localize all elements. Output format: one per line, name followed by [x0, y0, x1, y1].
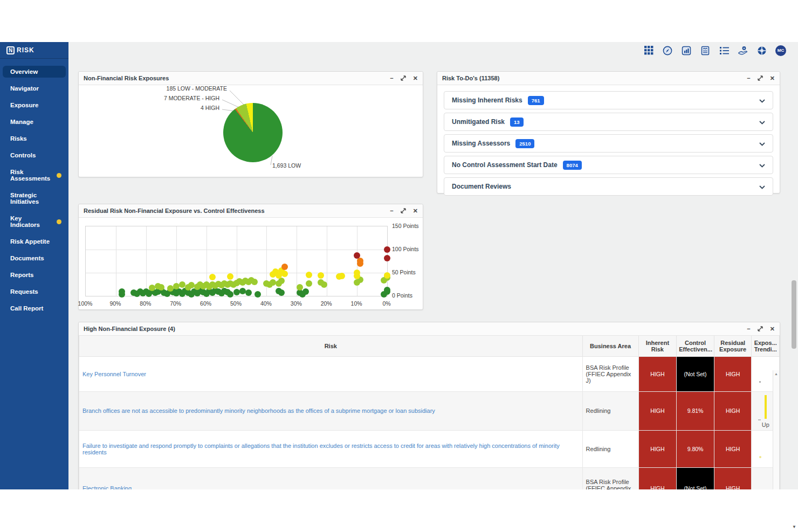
- close-icon[interactable]: ✕: [770, 326, 775, 332]
- exposure-table: Risk Business Area Inherent Risk Control…: [79, 336, 780, 489]
- sidebar-item-requests[interactable]: Requests: [3, 286, 66, 298]
- risk-link[interactable]: Key Personnel Turnover: [82, 371, 146, 377]
- chevron-down-icon[interactable]: [759, 117, 765, 127]
- scatter-point[interactable]: [167, 285, 174, 292]
- scatter-point[interactable]: [321, 281, 327, 288]
- column-header-control-effectiveness[interactable]: Control Effectiven...: [677, 336, 714, 356]
- y-axis-tick-label: 150 Points: [392, 223, 419, 229]
- column-header-inherent-risk[interactable]: Inherent Risk: [638, 336, 677, 356]
- sidebar-item-risk-assessments[interactable]: Risk Assessments: [3, 166, 66, 184]
- scatter-point[interactable]: [318, 272, 324, 279]
- minimize-icon[interactable]: −: [390, 208, 393, 214]
- expand-icon[interactable]: [758, 326, 763, 331]
- scatter-point[interactable]: [239, 288, 246, 294]
- sidebar-item-exposure[interactable]: Exposure: [3, 99, 66, 111]
- control-effectiveness-cell: (Not Set): [677, 467, 714, 489]
- scroll-up-icon[interactable]: ▲: [773, 370, 779, 376]
- scatter-point[interactable]: [302, 288, 309, 295]
- close-icon[interactable]: ✕: [413, 208, 418, 214]
- todo-item-no-control-assessment-start-date[interactable]: No Control Assessment Start Date8074: [444, 156, 773, 174]
- scatter-point[interactable]: [233, 289, 240, 295]
- scatter-point[interactable]: [339, 273, 345, 279]
- chevron-down-icon[interactable]: [759, 95, 765, 105]
- panel-header: High Non-Financial Exposure (4) − ✕: [79, 322, 780, 336]
- chevron-down-icon[interactable]: [759, 139, 765, 148]
- bar-chart-icon[interactable]: [681, 45, 692, 56]
- app-grid-icon[interactable]: [643, 45, 654, 56]
- page-scrollbar-thumb[interactable]: [792, 280, 796, 349]
- x-axis-tick-label: 10%: [351, 300, 362, 307]
- todo-item-missing-inherent-risks[interactable]: Missing Inherent Risks761: [444, 91, 773, 109]
- user-avatar[interactable]: MC: [775, 45, 786, 56]
- expand-icon[interactable]: [401, 208, 406, 213]
- app-logo[interactable]: N RISK: [0, 42, 68, 59]
- risk-link[interactable]: Failure to investigate and respond promp…: [82, 443, 560, 455]
- sidebar-item-overview[interactable]: Overview: [3, 66, 66, 78]
- sidebar-item-documents[interactable]: Documents: [3, 252, 66, 264]
- scatter-point[interactable]: [270, 279, 276, 286]
- pie-chart-area: 185 LOW - MODERATE 7 MODERATE - HIGH 4 H…: [79, 85, 423, 177]
- panel-header: Non-Financial Risk Exposures − ✕: [79, 72, 423, 85]
- column-header-risk[interactable]: Risk: [79, 336, 583, 356]
- report-icon[interactable]: [700, 45, 711, 56]
- table-scrollbar[interactable]: ▲: [773, 370, 779, 489]
- support-icon[interactable]: [738, 45, 748, 56]
- checklist-icon[interactable]: [719, 45, 730, 56]
- scatter-point[interactable]: [384, 287, 390, 293]
- minimize-icon[interactable]: −: [747, 75, 750, 81]
- scatter-point[interactable]: [354, 273, 360, 279]
- todo-item-document-reviews[interactable]: Document Reviews: [444, 177, 773, 196]
- scatter-point[interactable]: [254, 291, 261, 298]
- sidebar-item-controls[interactable]: Controls: [3, 149, 66, 161]
- sidebar-item-key-indicators[interactable]: Key Indicators: [3, 212, 66, 231]
- sidebar-item-manage[interactable]: Manage: [3, 116, 66, 128]
- todo-item-unmitigated-risk[interactable]: Unmitigated Risk13: [444, 113, 773, 131]
- sidebar-item-call-report[interactable]: Call Report: [3, 302, 66, 314]
- sidebar-item-risk-appetite[interactable]: Risk Appetite: [3, 236, 66, 247]
- help-buoy-icon[interactable]: [756, 45, 767, 56]
- sidebar-item-label: Overview: [10, 68, 38, 75]
- sidebar-item-label: Exposure: [10, 102, 38, 108]
- minimize-icon[interactable]: −: [747, 326, 750, 332]
- scatter-point[interactable]: [209, 274, 216, 280]
- expand-icon[interactable]: [758, 75, 763, 81]
- risk-link[interactable]: Electronic Banking: [82, 485, 132, 489]
- business-area-cell: Redlining: [582, 391, 638, 430]
- scatter-point[interactable]: [173, 283, 180, 289]
- scatter-point[interactable]: [227, 291, 233, 298]
- scatter-point[interactable]: [188, 282, 195, 288]
- scatter-point[interactable]: [245, 289, 252, 296]
- scatter-point[interactable]: [281, 271, 288, 277]
- sidebar-item-risks[interactable]: Risks: [3, 133, 66, 144]
- pie-chart[interactable]: [223, 103, 283, 162]
- scatter-point[interactable]: [227, 273, 233, 280]
- scatter-point[interactable]: [297, 284, 303, 291]
- sidebar-item-navigator[interactable]: Navigator: [3, 82, 66, 94]
- scatter-point[interactable]: [384, 255, 390, 261]
- compass-icon[interactable]: [662, 45, 673, 56]
- scatter-point[interactable]: [278, 278, 285, 284]
- topbar-icons: MC: [643, 45, 786, 56]
- scatter-point[interactable]: [158, 284, 164, 291]
- sidebar-item-strategic-initiatives[interactable]: Strategic Initiatives: [3, 189, 66, 208]
- chevron-down-icon[interactable]: [759, 182, 765, 191]
- chevron-down-icon[interactable]: [759, 160, 765, 170]
- scatter-point[interactable]: [278, 289, 285, 296]
- column-header-exposure-trending[interactable]: Expos... Trendi...: [752, 336, 780, 356]
- column-header-residual-exposure[interactable]: Residual Exposure: [714, 336, 752, 356]
- close-icon[interactable]: ✕: [770, 75, 775, 81]
- column-header-business-area[interactable]: Business Area: [582, 336, 638, 356]
- page-scroll-down-icon[interactable]: ▼: [792, 524, 796, 529]
- scatter-point[interactable]: [306, 272, 312, 278]
- scatter-point[interactable]: [281, 264, 288, 270]
- logo-n-icon: N: [6, 46, 15, 54]
- scatter-point[interactable]: [251, 279, 258, 285]
- scatter-point[interactable]: [384, 246, 390, 253]
- minimize-icon[interactable]: −: [390, 75, 393, 81]
- sidebar-item-reports[interactable]: Reports: [3, 269, 66, 281]
- todo-item-missing-assessors[interactable]: Missing Assessors2510: [444, 134, 773, 153]
- risk-link[interactable]: Branch offices are not as accessible to …: [82, 407, 435, 414]
- scatter-point[interactable]: [306, 280, 312, 287]
- expand-icon[interactable]: [401, 75, 406, 81]
- close-icon[interactable]: ✕: [413, 75, 418, 81]
